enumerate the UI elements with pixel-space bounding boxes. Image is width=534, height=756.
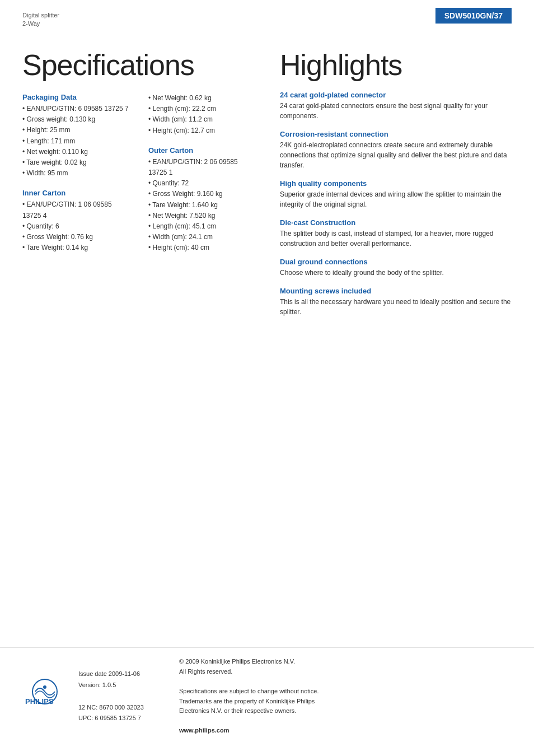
- packaging-data: Packaging Data EAN/UPC/GTIN: 6 09585 137…: [22, 93, 132, 179]
- issue-date-value: 2009-11-06: [109, 670, 140, 677]
- packaging-data-section: Packaging Data EAN/UPC/GTIN: 6 09585 137…: [22, 93, 257, 263]
- packaging-data-title: Packaging Data: [22, 93, 132, 101]
- inner-carton-section: Inner Carton EAN/UPC/GTIN: 1 06 09585 13…: [22, 189, 132, 253]
- version-value: 1.0.5: [102, 682, 116, 688]
- philips-logo: PHILIPS: [22, 674, 67, 719]
- highlight-title: Mounting screws included: [280, 287, 512, 295]
- list-item: Width (cm): 11.2 cm: [148, 114, 257, 125]
- svg-point-3: [43, 685, 46, 689]
- legal3: Electronics N.V. or their respective own…: [179, 706, 512, 716]
- packaging-data-list: EAN/UPC/GTIN: 6 09585 13725 7Gross weigh…: [22, 104, 132, 179]
- list-item: Quantity: 72: [148, 178, 257, 189]
- highlight-title: Corrosion-resistant connection: [280, 130, 512, 138]
- list-item: Height (cm): 40 cm: [148, 242, 257, 253]
- highlight-title: Dual ground connections: [280, 258, 512, 266]
- list-item: Quantity: 6: [22, 221, 132, 232]
- list-item: EAN/UPC/GTIN: 6 09585 13725 7: [22, 104, 132, 114]
- upc: UPC: 6 09585 13725 7: [78, 713, 168, 724]
- list-item: Net weight: 0.110 kg: [22, 147, 132, 157]
- legal1: Specifications are subject to change wit…: [179, 687, 512, 697]
- outer-carton-list: EAN/UPC/GTIN: 2 06 09585 13725 1Quantity…: [148, 157, 257, 254]
- product-header: Digital splitter 2-Way: [22, 11, 59, 29]
- highlight-text: This is all the necessary hardware you n…: [280, 297, 512, 317]
- highlight-item: Dual ground connectionsChoose where to i…: [280, 258, 512, 278]
- list-item: Length (cm): 22.2 cm: [148, 104, 257, 114]
- list-item: Height: 25 mm: [22, 125, 132, 136]
- highlight-item: 24 carat gold-plated connector24 carat g…: [280, 91, 512, 121]
- highlights-title: Highlights: [280, 50, 512, 80]
- model-number: SDW5010GN/37: [444, 11, 503, 20]
- rights: All Rights reserved.: [179, 667, 512, 677]
- packaging-col2: Net Weight: 0.62 kgLength (cm): 22.2 cmW…: [148, 93, 257, 263]
- list-item: Height (cm): 12.7 cm: [148, 125, 257, 136]
- highlight-text: 24K gold-electroplated connectors create…: [280, 140, 512, 170]
- highlights-column: Highlights 24 carat gold-plated connecto…: [280, 50, 512, 326]
- copyright: © 2009 Koninklijke Philips Electronics N…: [179, 657, 512, 667]
- inner-carton-title: Inner Carton: [22, 189, 132, 197]
- highlight-text: The splitter body is cast, instead of st…: [280, 228, 512, 249]
- version-label: Version:: [78, 682, 101, 688]
- highlight-text: Choose where to ideally ground the body …: [280, 268, 512, 278]
- svg-rect-0: [23, 675, 67, 718]
- list-item: Length (cm): 45.1 cm: [148, 221, 257, 232]
- packaging-data-extra: Net Weight: 0.62 kgLength (cm): 22.2 cmW…: [148, 93, 257, 136]
- inner-carton-list: EAN/UPC/GTIN: 1 06 09585 13725 4Quantity…: [22, 199, 132, 253]
- nc: 12 NC: 8670 000 32023: [78, 702, 168, 713]
- version: Version: 1.0.5: [78, 680, 168, 691]
- list-item: Length: 171 mm: [22, 136, 132, 147]
- svg-text:PHILIPS: PHILIPS: [25, 697, 54, 706]
- highlight-title: 24 carat gold-plated connector: [280, 91, 512, 99]
- upc-value: 6 09585 13725 7: [95, 715, 141, 721]
- highlights-container: 24 carat gold-plated connector24 carat g…: [280, 91, 512, 317]
- outer-carton-title: Outer Carton: [148, 146, 257, 155]
- product-line: Digital splitter: [22, 11, 59, 20]
- highlight-title: Die-cast Construction: [280, 218, 512, 227]
- packaging-col1: Packaging Data EAN/UPC/GTIN: 6 09585 137…: [22, 93, 132, 263]
- outer-carton-section: Outer Carton EAN/UPC/GTIN: 2 06 09585 13…: [148, 146, 257, 254]
- list-item: Width: 95 mm: [22, 168, 132, 179]
- list-item: Net Weight: 7.520 kg: [148, 211, 257, 221]
- model-number-box: SDW5010GN/37: [435, 8, 512, 24]
- page: Digital splitter 2-Way SDW5010GN/37 Spec…: [0, 0, 534, 756]
- footer: PHILIPS Issue date 2009-11-06 Version: 1…: [0, 647, 534, 745]
- upc-label: UPC:: [78, 715, 93, 721]
- list-item: Tare Weight: 1.640 kg: [148, 200, 257, 211]
- footer-meta: Issue date 2009-11-06 Version: 1.0.5 12 …: [78, 669, 168, 724]
- list-item: Gross weight: 0.130 kg: [22, 114, 132, 125]
- highlight-item: Die-cast ConstructionThe splitter body i…: [280, 218, 512, 249]
- packaging-col2-list: Net Weight: 0.62 kgLength (cm): 22.2 cmW…: [148, 93, 257, 136]
- issue-date: Issue date 2009-11-06: [78, 669, 168, 680]
- highlight-text: 24 carat gold-plated connectors ensure t…: [280, 101, 512, 121]
- specifications-title: Specifications: [22, 50, 257, 80]
- issue-date-label: Issue date: [78, 670, 107, 677]
- specifications-column: Specifications Packaging Data EAN/UPC/GT…: [22, 50, 257, 326]
- list-item: Gross Weight: 9.160 kg: [148, 189, 257, 199]
- list-item: EAN/UPC/GTIN: 1 06 09585 13725 4: [22, 199, 132, 221]
- website: www.philips.com: [179, 726, 512, 736]
- product-subline: 2-Way: [22, 20, 59, 28]
- list-item: Net Weight: 0.62 kg: [148, 93, 257, 104]
- nc-label: 12 NC:: [78, 704, 97, 711]
- list-item: Tare Weight: 0.14 kg: [22, 242, 132, 253]
- nc-value: 8670 000 32023: [99, 704, 144, 711]
- main-layout: Specifications Packaging Data EAN/UPC/GT…: [22, 50, 512, 326]
- highlight-item: High quality componentsSuperior grade in…: [280, 179, 512, 209]
- legal2: Trademarks are the property of Koninklij…: [179, 697, 512, 707]
- list-item: Width (cm): 24.1 cm: [148, 232, 257, 242]
- list-item: EAN/UPC/GTIN: 2 06 09585 13725 1: [148, 157, 257, 178]
- list-item: Gross Weight: 0.76 kg: [22, 232, 132, 242]
- highlight-title: High quality components: [280, 179, 512, 188]
- highlight-item: Corrosion-resistant connection24K gold-e…: [280, 130, 512, 170]
- highlight-text: Superior grade internal devices and wiri…: [280, 189, 512, 209]
- footer-legal: © 2009 Koninklijke Philips Electronics N…: [179, 657, 512, 736]
- highlight-item: Mounting screws includedThis is all the …: [280, 287, 512, 317]
- list-item: Tare weight: 0.02 kg: [22, 157, 132, 168]
